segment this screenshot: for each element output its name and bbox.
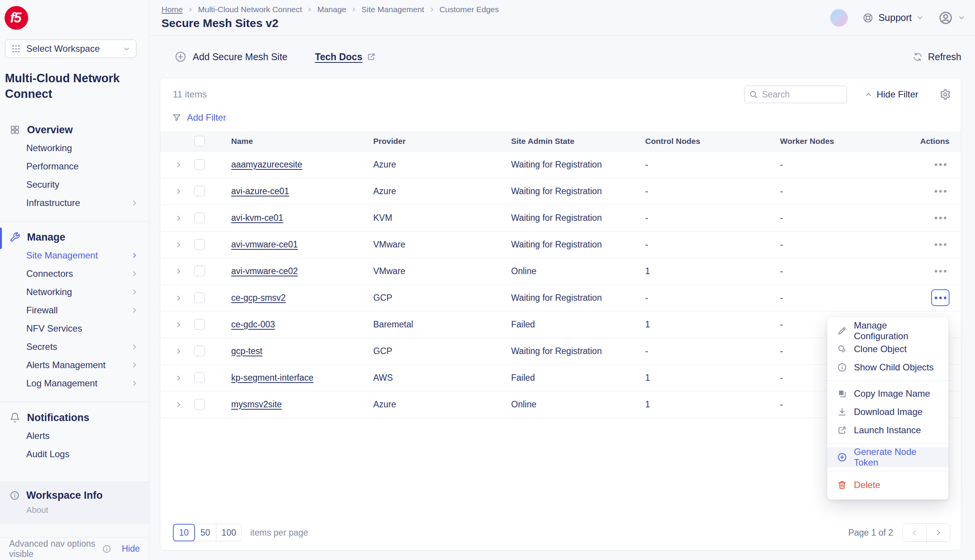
menu-item-copy-image-name[interactable]: Copy Image Name: [827, 385, 948, 403]
sidebar-item-infrastructure[interactable]: Infrastructure: [0, 194, 149, 212]
column-header-actions: Actions: [879, 131, 961, 151]
next-page-button[interactable]: [926, 524, 950, 541]
sidebar-item-audit-logs[interactable]: Audit Logs: [0, 445, 149, 463]
sidebar-section-label: Manage: [27, 232, 65, 243]
sidebar-item-security[interactable]: Security: [0, 175, 149, 194]
workspace-info-about[interactable]: About: [26, 505, 140, 515]
row-expander[interactable]: [175, 401, 182, 408]
advanced-nav-hide-link[interactable]: Hide: [122, 543, 140, 554]
site-name-link[interactable]: avi-vmware-ce02: [231, 266, 298, 276]
sidebar-item-connectors[interactable]: Connectors: [0, 265, 149, 283]
select-all-checkbox[interactable]: [194, 136, 205, 147]
site-name-link[interactable]: kp-segment-interface: [231, 373, 314, 383]
menu-item-delete[interactable]: Delete: [827, 475, 948, 495]
site-name-link[interactable]: mysmsv2site: [231, 399, 282, 409]
menu-item-download-image[interactable]: Download Image: [827, 403, 948, 421]
row-expander[interactable]: [175, 268, 182, 275]
site-name-link[interactable]: gcp-test: [231, 346, 262, 356]
site-name-link[interactable]: ce-gdc-003: [231, 319, 275, 329]
sidebar-section-head-notifications[interactable]: Notifications: [0, 409, 149, 427]
row-checkbox[interactable]: [194, 292, 205, 303]
menu-divider: [827, 443, 948, 443]
row-actions-button[interactable]: [931, 289, 950, 306]
sidebar-section-head-overview[interactable]: Overview: [0, 121, 149, 139]
provider-cell: VMware: [354, 231, 492, 258]
account-menu[interactable]: [938, 10, 965, 25]
breadcrumb: HomeMulti-Cloud Network ConnectManageSit…: [162, 5, 499, 14]
site-name-link[interactable]: avi-vmware-ce01: [231, 240, 298, 249]
row-checkbox[interactable]: [194, 212, 205, 223]
hide-filter-toggle[interactable]: Hide Filter: [865, 89, 918, 100]
row-actions-button[interactable]: [931, 209, 950, 226]
sidebar-item-label: Networking: [26, 143, 72, 153]
row-checkbox[interactable]: [194, 346, 205, 356]
page-size-50[interactable]: 50: [195, 524, 216, 541]
sidebar-item-label: Connectors: [26, 268, 73, 279]
gear-icon[interactable]: [940, 89, 951, 100]
row-expander[interactable]: [175, 214, 182, 222]
row-actions-button[interactable]: [931, 183, 950, 200]
add-secure-mesh-site-button[interactable]: Add Secure Mesh Site: [174, 51, 287, 63]
page-size-100[interactable]: 100: [216, 524, 242, 541]
row-checkbox[interactable]: [194, 186, 205, 197]
row-checkbox-cell: [187, 391, 212, 418]
add-filter-button[interactable]: Add Filter: [160, 103, 226, 123]
row-checkbox[interactable]: [194, 399, 205, 410]
row-expander[interactable]: [175, 241, 182, 248]
sidebar-item-label: Infrastructure: [26, 198, 80, 208]
tech-docs-link[interactable]: Tech Docs: [315, 52, 376, 62]
menu-item-launch-instance[interactable]: Launch Instance: [827, 421, 948, 439]
row-checkbox[interactable]: [194, 239, 205, 250]
page-size-10[interactable]: 10: [173, 524, 195, 541]
chevron-right-icon: [175, 241, 182, 248]
menu-item-label: Manage Configuration: [854, 320, 938, 342]
row-expander[interactable]: [175, 161, 182, 168]
breadcrumb-item[interactable]: Home: [162, 5, 183, 14]
sidebar-item-firewall[interactable]: Firewall: [0, 301, 149, 319]
column-header-worker-nodes: Worker Nodes: [761, 131, 879, 151]
sidebar-section-head-manage[interactable]: Manage: [0, 228, 149, 246]
workspace-info-head[interactable]: Workspace Info: [10, 490, 140, 502]
site-name-link[interactable]: avi-azure-ce01: [231, 186, 289, 196]
search-input[interactable]: [744, 86, 847, 103]
refresh-icon: [913, 52, 923, 62]
refresh-button[interactable]: Refresh: [913, 52, 961, 62]
breadcrumb-item[interactable]: Site Management: [361, 5, 424, 14]
row-actions-button[interactable]: [931, 263, 950, 280]
site-name-link[interactable]: ce-gcp-smsv2: [231, 293, 285, 303]
pencil-icon: [837, 326, 847, 336]
sidebar-item-networking[interactable]: Networking: [0, 139, 149, 157]
breadcrumb-item[interactable]: Manage: [317, 5, 346, 14]
row-checkbox[interactable]: [194, 372, 205, 383]
control-nodes-cell: -: [626, 284, 761, 311]
row-actions-button[interactable]: [931, 236, 950, 253]
sidebar-item-nfv-services[interactable]: NFV Services: [0, 319, 149, 338]
sidebar-item-secrets[interactable]: Secrets: [0, 338, 149, 356]
sidebar-item-networking[interactable]: Networking: [0, 283, 149, 301]
row-checkbox[interactable]: [194, 319, 205, 330]
row-expander[interactable]: [175, 321, 182, 328]
sidebar-item-alerts-management[interactable]: Alerts Management: [0, 356, 149, 374]
avatar[interactable]: [830, 9, 848, 27]
sidebar-item-alerts[interactable]: Alerts: [0, 427, 149, 445]
sidebar-item-site-management[interactable]: Site Management: [0, 246, 149, 265]
row-expander[interactable]: [175, 188, 182, 195]
prev-page-button[interactable]: [903, 524, 926, 541]
row-checkbox[interactable]: [194, 159, 205, 170]
support-menu[interactable]: Support: [862, 12, 923, 23]
menu-item-manage-configuration[interactable]: Manage Configuration: [827, 322, 948, 340]
site-name-link[interactable]: aaamyazurecesite: [231, 160, 302, 169]
breadcrumb-item[interactable]: Multi-Cloud Network Connect: [198, 5, 302, 14]
sidebar-item-log-management[interactable]: Log Management: [0, 374, 149, 392]
row-expander[interactable]: [175, 294, 182, 302]
row-expander[interactable]: [175, 348, 182, 355]
site-name-link[interactable]: avi-kvm-ce01: [231, 213, 283, 223]
row-actions-button[interactable]: [931, 156, 950, 173]
row-checkbox[interactable]: [194, 266, 205, 277]
row-expander[interactable]: [175, 374, 182, 382]
menu-item-generate-node-token[interactable]: Generate Node Token: [827, 447, 948, 467]
workspace-selector[interactable]: Select Workspace: [5, 40, 136, 58]
menu-item-show-child-objects[interactable]: Show Child Objects: [827, 358, 948, 377]
menu-item-clone-object[interactable]: Clone Object: [827, 340, 948, 358]
sidebar-item-performance[interactable]: Performance: [0, 157, 149, 175]
